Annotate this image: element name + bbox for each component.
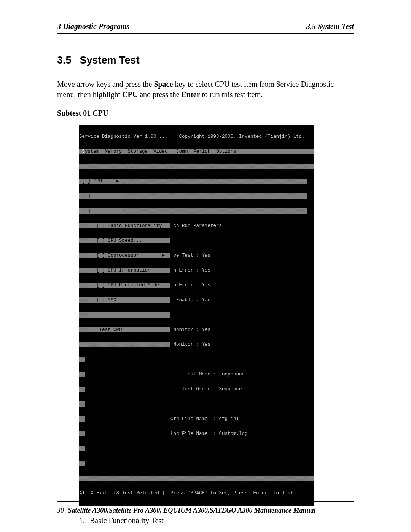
header-left: 3 Diagnostic Programs (57, 22, 129, 31)
menu-storage: Storage (128, 149, 148, 154)
section-heading: 3.5System Test (57, 54, 354, 66)
page-footer: 30 Satellite A300,Satellite Pro A300, EQ… (57, 501, 354, 514)
dos-title: Service Diagnostic Ver 1.00 ..... Copyri… (79, 134, 314, 139)
item-title: Basic Functionality Test (90, 516, 164, 525)
dos-statusbar: Alt-X Exit F8 Test Selected | Press 'SPA… (79, 491, 314, 496)
submenu-speed: ░░░ [ ] CPU Speed... (79, 238, 314, 243)
submenu-coprocessor: ░░░ [ ] Coprocessor ▶ ve Test : Yes (79, 253, 314, 258)
key-space: Space (154, 80, 173, 88)
key-cpu: CPU (122, 90, 138, 99)
run-parameters-header: ch Run Parameters (174, 223, 222, 228)
numbered-list: 1.Basic Functionality Test This test ite… (79, 516, 354, 532)
shade-row: ░░░░░░░░░░░░░░░░░░░░░░░░░░░░░░░░░░░░░░░░… (79, 164, 314, 169)
menu-comm: Comm (176, 149, 188, 154)
header-right: 3.5 System Test (306, 22, 354, 31)
section-title: System Test (80, 54, 140, 66)
dos-screenshot: Service Diagnostic Ver 1.00 ..... Copyri… (79, 125, 354, 506)
menu-video: Video (153, 149, 168, 154)
menu-options: Options (216, 149, 236, 154)
param-cfg-file: ░░ Cfg File Name: : cfg.ini (79, 417, 314, 422)
page-number: 30 (57, 506, 64, 514)
intro-paragraph: Move arrow keys and press the Space key … (57, 79, 354, 100)
submenu-testcpu: ░░░ Test CPU Monitor : Yes (79, 328, 314, 332)
cpu-row: [ ] CPU ▶ ░░░░░░░░░░░░░░░░░░░░░░░░░░░░░░… (79, 179, 314, 184)
menu-system: S (82, 149, 85, 154)
section-number: 3.5 (57, 54, 72, 66)
footer-rule (57, 501, 354, 502)
param-test-order: ░░ Test Order : Sequence (79, 387, 314, 392)
menu-memory: Memory (105, 149, 122, 154)
submenu-mmx: ░░░ [ ] MMX Enable : Yes (79, 298, 314, 303)
dos-window: Service Diagnostic Ver 1.00 ..... Copyri… (79, 125, 314, 506)
param-log-file: ░░ Log File Name: : Custom.log (79, 431, 314, 436)
menu-periph: Periph (193, 149, 210, 154)
key-enter: Enter (182, 90, 200, 99)
dos-menubar: System Memory Storage Video Comm Periph … (79, 149, 314, 154)
subtest-heading: Subtest 01 CPU (57, 109, 354, 118)
page-header: 3 Diagnostic Programs 3.5 System Test (57, 22, 354, 34)
footer-title: Satellite A300,Satellite Pro A300, EQUIU… (68, 506, 316, 514)
submenu-basic: ░░░ [ ] Basic Functionality ch Run Param… (79, 224, 314, 228)
submenu-info: ░░░ [ ] CPU Information n Error : Yes (79, 268, 314, 273)
list-item: 1.Basic Functionality Test (79, 516, 354, 526)
submenu-protected: ░░░ [ ] CPU Protected Mode n Error : Yes (79, 283, 314, 288)
param-test-mode: ░░ Test Mode : Loopbound (79, 372, 314, 377)
